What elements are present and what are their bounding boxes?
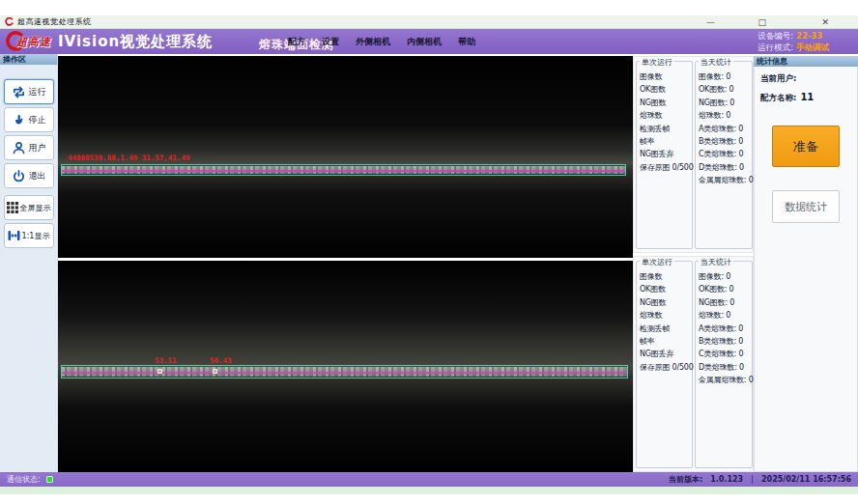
menu-recipe[interactable]: 配方	[288, 36, 305, 48]
menu-bar: 配方 设置 外侧相机 内侧相机 帮助	[288, 29, 475, 54]
fullscreen-button-label: 全屏显示	[20, 203, 51, 213]
daily-stats-title: 当天统计	[699, 257, 733, 267]
stat-row: 熔珠数: 0	[699, 109, 752, 122]
menu-help[interactable]: 帮助	[458, 36, 475, 48]
menu-outer-camera[interactable]: 外侧相机	[356, 36, 390, 48]
run-button[interactable]: 运行	[4, 79, 54, 104]
stat-row: OK图数	[640, 83, 692, 96]
user-icon	[12, 141, 26, 155]
stat-row: 熔珠数: 0	[699, 309, 752, 322]
maximize-button[interactable]: □	[758, 16, 766, 28]
menu-inner-camera[interactable]: 内侧相机	[407, 36, 442, 48]
app-window: 超高速视觉处理系统 — □ ✕ 超高速 IVision视觉处理系统 熔珠端面检测…	[0, 0, 858, 504]
version-label: 当前版本:	[669, 474, 702, 485]
user-button[interactable]: 用户	[4, 135, 54, 160]
info-panel-title: 统计信息	[754, 56, 858, 67]
stat-row: 熔珠数	[640, 309, 692, 322]
single-run-groupbox: 单次运行 图像数 OK图数 NG图数 熔珠数 检测丢帧 帧率 NG图丢弃 保存原…	[636, 61, 693, 249]
daily-stats-groupbox: 当天统计 图像数: 0 OK图数: 0 NG图数: 0 熔珠数: 0 A类熔珠数…	[695, 61, 753, 249]
stat-row: 图像数: 0	[699, 70, 752, 83]
run-button-label: 运行	[29, 86, 46, 98]
close-button[interactable]: ✕	[821, 16, 829, 28]
sidebar-title: 操作区	[0, 54, 57, 65]
weld-centerline	[62, 372, 627, 374]
power-icon	[12, 169, 26, 183]
stat-row: OK图数	[640, 283, 692, 295]
version-datetime: 当前版本: 1.0.123 | 2025/02/11 16:57:56	[669, 474, 851, 485]
stat-row: NG图数: 0	[699, 296, 752, 309]
comm-status-label: 通信状态:	[7, 474, 41, 485]
fullscreen-button[interactable]: 全屏显示	[4, 195, 54, 220]
status-bar: 通信状态: 当前版本: 1.0.123 | 2025/02/11 16:57:5…	[0, 472, 858, 487]
recipe-name-value: 11	[800, 92, 814, 102]
stat-row: 图像数	[640, 70, 692, 83]
fullscreen-grid-icon	[7, 202, 18, 213]
exit-button[interactable]: 退出	[4, 163, 54, 188]
stats-panel-top: 单次运行 图像数 OK图数 NG图数 熔珠数 检测丢帧 帧率 NG图丢弃 保存原…	[633, 56, 754, 253]
stat-row: A类熔珠数: 0	[699, 322, 752, 335]
one-to-one-button[interactable]: 1:1显示	[4, 223, 54, 248]
stat-row: 检测丢帧	[640, 322, 692, 335]
stat-row: OK图数: 0	[699, 283, 752, 295]
taskbar-strip	[0, 487, 858, 494]
stop-button[interactable]: 停止	[4, 107, 54, 132]
datetime-value: 2025/02/11 16:57:56	[761, 475, 851, 484]
operation-sidebar: 操作区 运行 停止 用户	[0, 54, 58, 472]
single-run-title: 单次运行	[640, 257, 674, 267]
separator: |	[751, 475, 754, 484]
stop-button-label: 停止	[29, 114, 46, 126]
one-to-one-icon	[8, 230, 20, 241]
current-user-line: 当前用户:	[760, 73, 857, 85]
weld-detection-rect	[61, 164, 626, 176]
one-to-one-button-label: 1:1显示	[22, 231, 50, 241]
stats-panel-bottom: 单次运行 图像数 OK图数 NG图数 熔珠数 检测丢帧 帧率 NG图丢弃 保存原…	[633, 256, 754, 472]
weld-centerline	[62, 170, 625, 172]
device-info: 设备编号:22-33 运行模式:手动调试	[758, 30, 829, 53]
single-run-groupbox: 单次运行 图像数 OK图数 NG图数 熔珠数 检测丢帧 帧率 NG图丢弃 保存原…	[636, 261, 693, 468]
comm-status-indicator	[46, 476, 53, 483]
stat-row: B类熔珠数: 0	[699, 135, 752, 148]
stat-row: 帧率	[640, 335, 692, 348]
hand-stop-icon	[12, 113, 26, 127]
stat-row: C类熔珠数: 0	[699, 148, 752, 160]
defect-marker	[213, 369, 217, 374]
statistics-info-panel: 统计信息 当前用户: 配方名称:11 准备 数据统计	[754, 56, 858, 472]
weld-strip	[62, 367, 627, 377]
single-run-title: 单次运行	[640, 57, 674, 68]
measurement-annotation: 56.43	[210, 356, 232, 365]
run-mode-value: 手动调试	[796, 42, 829, 52]
minimize-button[interactable]: —	[706, 16, 715, 28]
menu-settings[interactable]: 设置	[322, 36, 339, 48]
stat-row: NG图丢弃	[640, 148, 692, 160]
daily-stats-title: 当天统计	[699, 57, 733, 68]
prepare-button[interactable]: 准备	[772, 126, 840, 167]
measurement-annotation: 44808539.88,1.49 31.57,41.49	[68, 154, 189, 162]
daily-stats-groupbox: 当天统计 图像数: 0 OK图数: 0 NG图数: 0 熔珠数: 0 A类熔珠数…	[695, 261, 753, 468]
stat-row: 保存原图 0/500	[640, 361, 692, 374]
stat-row: B类熔珠数: 0	[699, 335, 752, 348]
defect-marker	[157, 369, 162, 374]
stat-row: NG图数	[640, 97, 692, 109]
device-number-label: 设备编号:	[758, 31, 793, 41]
stat-row: NG图数	[640, 296, 692, 309]
camera-view-top: 44808539.88,1.49 31.57,41.49	[58, 56, 633, 258]
stat-row: 保存原图 0/500	[640, 161, 692, 174]
brand-text: 超高速	[16, 35, 51, 49]
stat-row: 熔珠数	[640, 109, 692, 122]
stat-row: 帧率	[640, 135, 692, 148]
stat-row: C类熔珠数: 0	[699, 348, 752, 360]
data-statistics-button[interactable]: 数据统计	[772, 190, 840, 223]
current-user-label: 当前用户:	[760, 73, 796, 83]
app-logo-icon	[5, 17, 14, 26]
app-header: 超高速 IVision视觉处理系统 熔珠端面检测 配方 设置 外侧相机 内侧相机…	[0, 29, 858, 54]
stat-row: 检测丢帧	[640, 123, 692, 135]
exit-button-label: 退出	[29, 170, 46, 182]
stat-row: A类熔珠数: 0	[699, 123, 752, 135]
stat-row: NG图丢弃	[640, 348, 692, 360]
weld-detection-rect	[61, 365, 628, 378]
recipe-line: 配方名称:11	[760, 92, 857, 104]
device-number-value: 22-33	[796, 31, 822, 41]
weld-strip	[62, 166, 625, 174]
camera-view-bottom: 53.11 56.43	[58, 261, 633, 472]
user-button-label: 用户	[29, 142, 46, 154]
